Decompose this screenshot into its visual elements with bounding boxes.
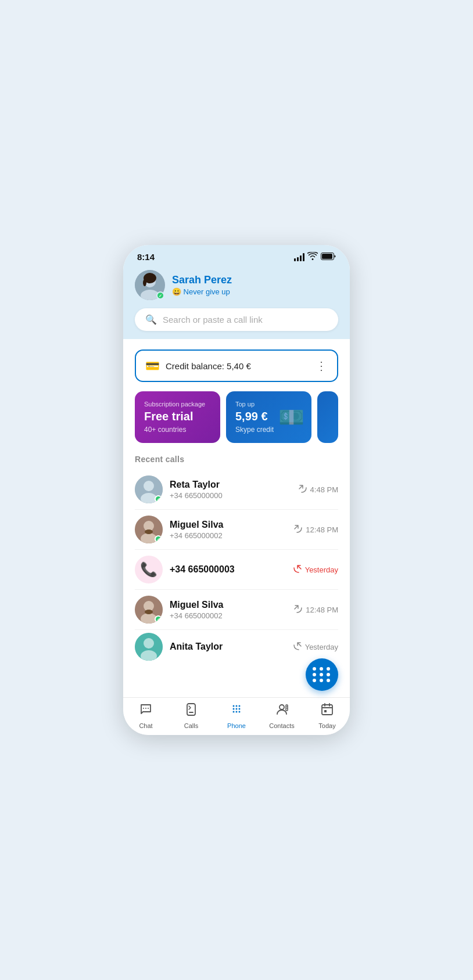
call-time-missed: Yesterday [305,565,338,574]
call-meta: 12:48 PM [293,524,338,535]
recent-calls-title: Recent calls [135,455,338,464]
contacts-icon [275,702,289,720]
call-time: 12:48 PM [306,606,338,614]
credit-card[interactable]: 💳 Credit balance: 5,40 € ⋮ [135,350,338,382]
svg-point-17 [145,610,153,614]
call-avatar-miguel2 [135,596,163,624]
svg-point-22 [145,708,146,709]
bottom-nav: Chat Calls [123,697,350,735]
call-number: +34 665000002 [170,531,286,540]
call-meta: 4:48 PM [298,484,338,495]
credit-left: 💳 Credit balance: 5,40 € [145,359,251,373]
chat-label: Chat [139,722,152,729]
package-partial[interactable] [317,391,338,443]
call-item[interactable]: Miguel Silva +34 665000002 12:48 PM [135,510,338,550]
calls-label: Calls [184,722,198,729]
status-icons [294,252,336,262]
call-info: Miguel Silva +34 665000002 [170,600,286,620]
nav-item-contacts[interactable]: Contacts [264,702,299,729]
phone-label: Phone [227,722,246,729]
call-number-main: +34 665000003 [170,564,286,575]
svg-point-19 [144,638,154,648]
call-name: Reta Taylor [170,480,291,490]
user-name[interactable]: Sarah Perez [172,274,232,286]
svg-point-29 [236,708,238,710]
topup-money-icon: 💵 [278,405,304,430]
chat-icon [139,702,153,720]
call-time: Yesterday [305,643,338,651]
battery-icon [321,253,336,262]
credit-balance-text: Credit balance: 5,40 € [166,361,251,371]
call-avatar-phone: 📞 [135,556,163,583]
svg-point-21 [143,708,144,709]
search-input[interactable]: Search or paste a call link [163,315,263,325]
wifi-icon [307,252,318,262]
user-info: Sarah Perez 😀 Never give up [172,274,232,296]
svg-point-6 [143,279,146,286]
phone-icon [230,702,243,720]
status-time: 8:14 [137,252,155,262]
svg-rect-37 [324,710,327,712]
incoming-call-icon [293,604,303,615]
nav-item-chat[interactable]: Chat [128,702,163,729]
today-icon [320,702,334,720]
call-avatar-anita [135,633,163,661]
call-time: 12:48 PM [306,525,338,534]
svg-point-25 [233,705,235,707]
search-bar-wrap: 🔍 Search or paste a call link [123,308,350,339]
call-item[interactable]: 📞 +34 665000003 Yesterday [135,550,338,590]
svg-point-26 [236,705,238,707]
svg-point-13 [145,529,153,534]
recent-calls-section: Recent calls Reta Taylor +34 665000000 [135,455,338,664]
online-indicator [155,495,162,503]
incoming-call-icon [293,524,303,535]
today-label: Today [318,722,335,729]
user-status: 😀 Never give up [172,287,232,296]
search-bar[interactable]: 🔍 Search or paste a call link [135,308,338,331]
call-meta: Yesterday [293,642,338,653]
call-number: +34 665000000 [170,491,291,500]
avatar-wrap[interactable] [135,270,165,300]
call-info: Miguel Silva +34 665000002 [170,520,286,540]
dial-pad-icon [313,667,331,682]
credit-card-icon: 💳 [145,359,160,373]
main-content: 💳 Credit balance: 5,40 € ⋮ Subscription … [123,339,350,697]
nav-item-calls[interactable]: Calls [174,702,209,729]
svg-rect-35 [286,705,288,711]
call-number: +34 665000002 [170,611,286,620]
svg-point-23 [148,708,149,709]
nav-item-today[interactable]: Today [310,702,345,729]
svg-point-34 [280,705,284,709]
call-item[interactable]: Anita Taylor Yesterday [135,630,338,664]
package-free-trial[interactable]: Subscription package Free trial 40+ coun… [135,391,220,443]
call-meta-missed: Yesterday [293,564,338,575]
signal-bars-icon [294,253,304,261]
call-time: 4:48 PM [310,485,338,494]
packages-row: Subscription package Free trial 40+ coun… [135,391,338,443]
dial-pad-fab[interactable] [306,658,338,691]
svg-point-8 [144,481,154,491]
incoming-call-icon [298,484,307,495]
svg-point-27 [239,705,241,707]
nav-item-phone[interactable]: Phone [219,702,254,729]
package-topup[interactable]: Top up 5,99 € Skype credit 💵 [226,391,311,443]
svg-point-32 [236,711,238,713]
online-indicator [155,535,162,543]
svg-point-28 [233,708,235,710]
call-info: Reta Taylor +34 665000000 [170,480,291,500]
phone-frame: 8:14 [123,245,350,735]
search-icon: 🔍 [145,314,157,325]
calls-icon [184,702,198,720]
svg-rect-1 [322,254,332,259]
credit-more-button[interactable]: ⋮ [316,359,328,373]
contacts-label: Contacts [269,722,294,729]
call-info: Anita Taylor [170,642,286,652]
call-item[interactable]: Miguel Silva +34 665000002 12:48 PM [135,590,338,630]
missed-call-icon [293,564,302,575]
svg-point-30 [239,708,241,710]
svg-rect-36 [322,705,332,715]
svg-point-33 [239,711,241,713]
pkg-subtitle-0: Subscription package [144,401,211,408]
call-item[interactable]: Reta Taylor +34 665000000 4:48 PM [135,470,338,510]
call-avatar-miguel [135,516,163,543]
